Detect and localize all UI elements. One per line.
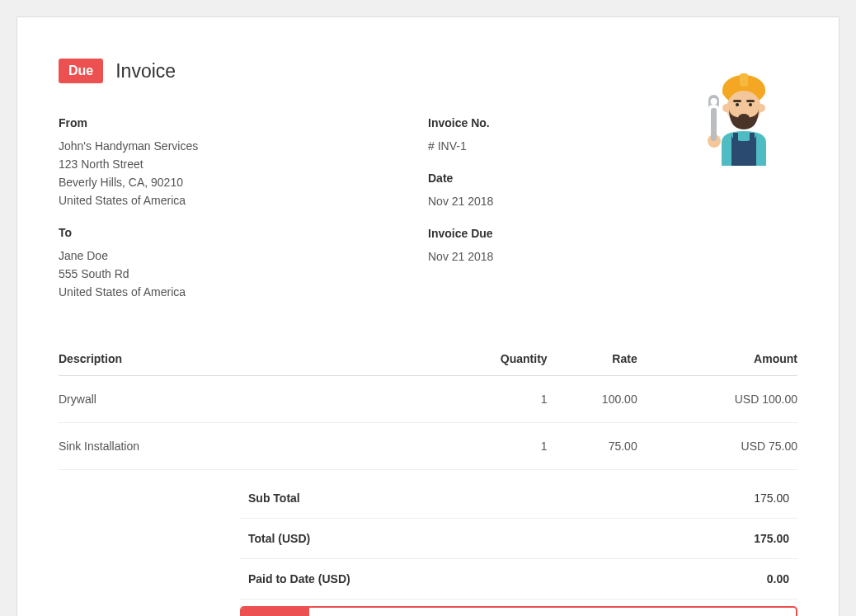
svg-rect-2	[740, 73, 748, 87]
item-description: Sink Installation	[59, 423, 428, 470]
invoice-header: Due Invoice	[59, 59, 797, 83]
totals-section: Sub Total 175.00 Total (USD) 175.00 Paid…	[240, 478, 797, 616]
col-quantity: Quantity	[428, 342, 548, 376]
subtotal-row: Sub Total 175.00	[240, 478, 797, 519]
item-amount: USD 100.00	[637, 376, 797, 423]
total-label: Total (USD)	[248, 532, 310, 545]
item-rate: 75.00	[548, 423, 637, 470]
paid-row: Paid to Date (USD) 0.00	[240, 559, 797, 600]
status-badge: Due	[59, 59, 103, 83]
from-line2: Beverly Hills, CA, 90210	[59, 174, 428, 191]
balance-label: Balance	[242, 608, 309, 616]
svg-rect-12	[750, 133, 755, 149]
col-amount: Amount	[637, 342, 797, 376]
item-amount: USD 75.00	[637, 423, 797, 470]
page-title: Invoice	[115, 60, 176, 82]
from-label: From	[59, 116, 428, 129]
due-label: Invoice Due	[428, 227, 797, 240]
svg-point-8	[749, 103, 752, 106]
handyman-icon	[698, 67, 781, 166]
total-row: Total (USD) 175.00	[240, 519, 797, 559]
from-name: John's Handyman Services	[59, 138, 428, 155]
invoice-card: Due Invoice	[16, 16, 840, 616]
col-description: Description	[59, 342, 428, 376]
table-row: Sink Installation 1 75.00 USD 75.00	[59, 423, 797, 470]
info-grid: From John's Handyman Services 123 North …	[59, 116, 797, 317]
table-row: Drywall 1 100.00 USD 100.00	[59, 376, 797, 423]
to-line1: 555 South Rd	[59, 266, 428, 283]
from-line1: 123 North Street	[59, 156, 428, 173]
balance-currency: USD	[309, 608, 357, 616]
svg-point-5	[757, 104, 765, 112]
total-value: 175.00	[754, 532, 789, 545]
item-quantity: 1	[428, 376, 548, 423]
item-rate: 100.00	[548, 376, 637, 423]
paid-value: 0.00	[767, 572, 789, 585]
to-line2: United States of America	[59, 284, 428, 301]
due-value: Nov 21 2018	[428, 248, 797, 266]
svg-point-7	[736, 103, 739, 106]
to-name: Jane Doe	[59, 247, 428, 265]
company-logo	[698, 67, 781, 169]
balance-value: 175.00	[737, 608, 796, 616]
to-address: Jane Doe 555 South Rd United States of A…	[59, 247, 428, 301]
table-header-row: Description Quantity Rate Amount	[59, 342, 797, 376]
svg-point-15	[711, 98, 717, 105]
subtotal-label: Sub Total	[248, 491, 300, 505]
from-to-column: From John's Handyman Services 123 North …	[59, 116, 428, 317]
subtotal-value: 175.00	[754, 491, 789, 505]
paid-label: Paid to Date (USD)	[248, 572, 350, 585]
svg-point-6	[738, 114, 750, 122]
svg-rect-10	[746, 100, 755, 102]
item-quantity: 1	[428, 423, 548, 470]
item-description: Drywall	[59, 376, 428, 423]
svg-rect-14	[711, 108, 717, 141]
col-rate: Rate	[548, 342, 637, 376]
date-value: Nov 21 2018	[428, 193, 797, 210]
from-line3: United States of America	[59, 192, 428, 209]
line-items-table: Description Quantity Rate Amount Drywall…	[59, 342, 797, 470]
to-label: To	[59, 226, 428, 239]
balance-row: Balance USD 175.00	[240, 606, 797, 616]
date-label: Date	[428, 172, 797, 185]
svg-rect-9	[733, 100, 741, 102]
from-address: John's Handyman Services 123 North Stree…	[59, 138, 428, 209]
svg-point-4	[722, 104, 731, 112]
svg-rect-11	[733, 133, 738, 149]
